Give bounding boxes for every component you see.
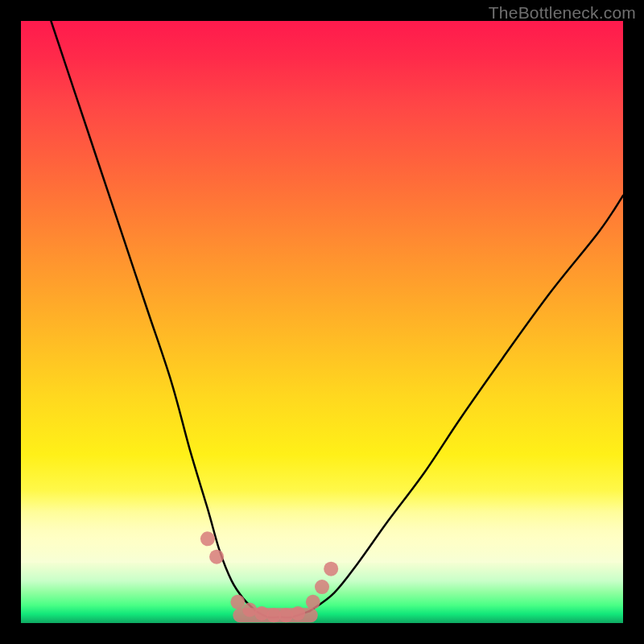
plot-area: [21, 21, 623, 623]
curve-right-curve: [310, 196, 623, 611]
marker-dot: [200, 531, 215, 546]
marker-dot: [324, 562, 338, 576]
marker-dot: [209, 550, 224, 564]
marker-dot: [306, 595, 320, 609]
curve-left-curve: [51, 21, 255, 611]
chart-svg: [21, 21, 623, 623]
marker-dot: [230, 595, 245, 609]
chart-frame: TheBottleneck.com: [0, 0, 644, 644]
marker-dot: [291, 606, 305, 621]
curve-layer: [51, 21, 623, 617]
marker-layer: [200, 531, 338, 622]
marker-dot: [315, 580, 329, 594]
watermark-text: TheBottleneck.com: [489, 3, 636, 23]
